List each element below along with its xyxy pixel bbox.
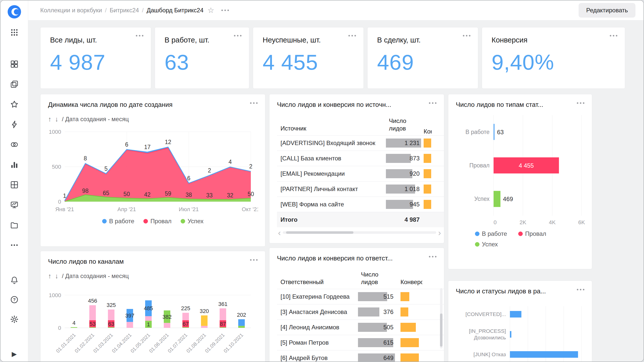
value-bar [358, 323, 387, 332]
legend-item[interactable]: Провал [518, 230, 546, 237]
column-header-conversion[interactable]: Конверсия [423, 128, 432, 135]
svg-text:01.09.2021: 01.09.2021 [204, 332, 225, 354]
scrollbar-track[interactable] [283, 231, 436, 234]
help-icon[interactable]: ? [10, 295, 19, 304]
editor-icon[interactable] [10, 200, 19, 210]
card-menu-icon[interactable] [250, 102, 258, 104]
charts-icon[interactable] [10, 160, 19, 169]
conversion-bar [424, 185, 431, 194]
dashboards-icon[interactable] [10, 59, 19, 69]
storage-icon[interactable] [10, 220, 19, 230]
responsible-table-body: [10] Екатерина Гордеева515[3] Анастасия … [277, 289, 444, 361]
leads-count-cell: 376 [357, 304, 397, 320]
svg-text:[JUNK] Отказ: [JUNK] Отказ [473, 351, 506, 357]
conversion-cell [423, 166, 432, 181]
apps-grid-icon[interactable] [10, 28, 19, 37]
svg-text:01.04.2021: 01.04.2021 [111, 332, 132, 354]
scroll-left-icon[interactable]: ‹ [276, 228, 283, 237]
kpi-label: В работе, шт. [165, 36, 239, 44]
datalens-logo[interactable] [7, 5, 22, 19]
scroll-right-icon[interactable]: › [436, 228, 443, 237]
sort-asc-icon[interactable]: ↑ [48, 116, 52, 123]
card-menu-icon[interactable] [348, 35, 356, 36]
status-types-chart-svg: 02K4K6KВ работе63Провал4 455Успех469 [456, 113, 585, 225]
column-header-leads[interactable]: Число лидов [357, 268, 397, 289]
svg-text:53: 53 [90, 321, 96, 327]
svg-text:?: ? [13, 297, 16, 302]
svg-text:4: 4 [228, 159, 232, 165]
svg-text:0: 0 [58, 199, 61, 205]
kpi-label: В сделку, шт. [377, 36, 468, 44]
notifications-icon[interactable] [10, 275, 19, 285]
svg-text:98: 98 [82, 188, 89, 194]
card-menu-icon[interactable] [429, 102, 436, 104]
card-menu-icon[interactable] [136, 35, 143, 36]
legend-item[interactable]: В работе [102, 218, 134, 225]
value-bar [386, 169, 412, 178]
column-header-responsible[interactable]: Ответственный [277, 275, 357, 289]
datasets-icon[interactable] [10, 180, 19, 190]
svg-text:17: 17 [144, 144, 151, 150]
quick-actions-icon[interactable] [10, 120, 19, 129]
legend-item[interactable]: Успех [475, 241, 498, 248]
dynamics-chart-card: Динамика числа лидов по дате создания ↑ … [40, 94, 265, 247]
edit-button[interactable]: Редактировать [579, 3, 635, 18]
status-funnel-chart-svg: [CONVERTED]...[IN_PROCESS]Дозвонились[JU… [456, 305, 585, 361]
svg-text:469: 469 [503, 196, 513, 202]
status-types-legend: В работеПровалУспех [472, 230, 568, 248]
kpi-label: Все лиды, шт. [50, 36, 141, 44]
card-menu-icon[interactable] [463, 35, 470, 36]
svg-text:6: 6 [125, 141, 128, 148]
card-menu-icon[interactable] [577, 102, 584, 104]
breadcrumb-workbook[interactable]: Битрикс24 [110, 7, 139, 14]
vertical-scrollbar[interactable] [440, 288, 442, 348]
legend-label: Успех [482, 241, 498, 248]
breadcrumb-collections[interactable]: Коллекции и воркбуки [40, 7, 102, 14]
svg-text:67: 67 [183, 321, 189, 327]
more-icon[interactable] [10, 240, 19, 250]
svg-text:Янв '21: Янв '21 [55, 206, 74, 212]
svg-text:50: 50 [124, 191, 130, 197]
total-value-cell: 4 987 [385, 212, 423, 227]
page-menu-icon[interactable] [221, 10, 229, 11]
leads-count-cell: 945 [385, 197, 423, 212]
sort-desc-icon[interactable]: ↓ [55, 116, 59, 123]
settings-icon[interactable] [10, 314, 19, 324]
column-header-leads[interactable]: Число лидов [385, 114, 423, 135]
legend-dot [181, 219, 185, 223]
favorite-star-icon[interactable]: ☆ [208, 7, 214, 14]
card-menu-icon[interactable] [610, 35, 617, 36]
svg-text:485: 485 [144, 305, 153, 311]
value-bar [386, 200, 413, 209]
column-header-conversion[interactable]: Конверсия [397, 275, 422, 289]
legend-item[interactable]: В работе [475, 230, 507, 237]
connections-icon[interactable] [10, 140, 19, 149]
sort-desc-icon[interactable]: ↓ [55, 273, 59, 280]
legend-dot [102, 219, 107, 223]
column-header-source[interactable]: Источник [277, 122, 385, 135]
legend-item[interactable]: Провал [143, 218, 172, 225]
favorites-icon[interactable] [10, 100, 19, 109]
collections-icon[interactable] [10, 79, 19, 89]
scrollbar-thumb[interactable] [440, 313, 442, 347]
sidebar-bottom: ? ▶ [10, 275, 19, 361]
responsible-name-cell: [4] Леонид Анисимов [277, 320, 357, 335]
card-menu-icon[interactable] [250, 259, 258, 261]
svg-text:01.06.2021: 01.06.2021 [148, 332, 170, 354]
conversion-bar [400, 338, 419, 347]
expand-sidebar-icon[interactable]: ▶ [12, 350, 17, 358]
responsible-name-cell: [10] Екатерина Гордеева [277, 289, 357, 304]
leads-count-cell: 615 [357, 335, 397, 350]
conversion-bar [400, 307, 408, 316]
legend-item[interactable]: Успех [181, 218, 204, 225]
card-menu-icon[interactable] [577, 289, 584, 290]
scrollbar-thumb[interactable] [286, 231, 353, 234]
table-total-row: Итого4 987 [277, 212, 444, 227]
sort-asc-icon[interactable]: ↑ [48, 273, 52, 280]
svg-text:01.02.2021: 01.02.2021 [73, 332, 95, 354]
svg-text:[CONVERTED]...: [CONVERTED]... [465, 311, 506, 317]
card-menu-icon[interactable] [234, 35, 242, 36]
card-menu-icon[interactable] [429, 256, 436, 257]
svg-text:65: 65 [103, 190, 109, 196]
status-funnel-chart-card: Число и статусы лидов в ра... [CONVERTED… [448, 281, 592, 361]
